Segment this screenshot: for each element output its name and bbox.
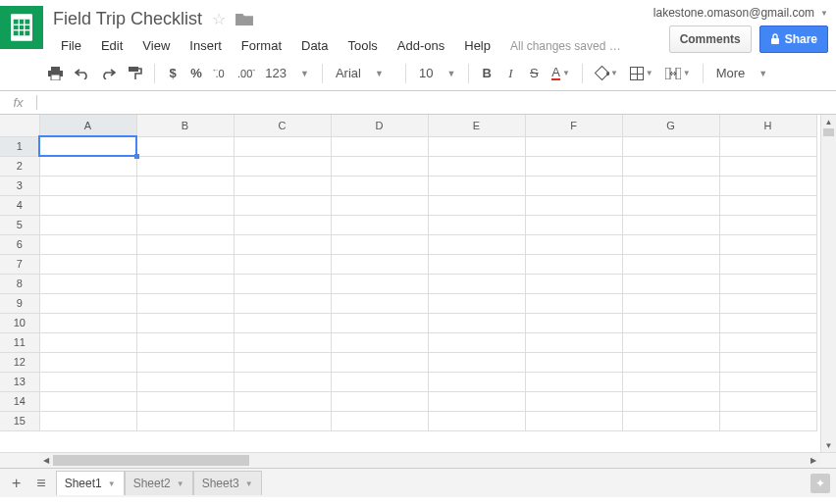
cell-H4[interactable] [719, 195, 816, 215]
star-icon[interactable]: ☆ [212, 10, 226, 28]
cell-A3[interactable] [39, 176, 136, 195]
cell-E12[interactable] [428, 352, 525, 372]
cell-H3[interactable] [719, 176, 816, 195]
cell-B3[interactable] [136, 176, 234, 195]
cell-G4[interactable] [622, 195, 719, 215]
column-header-b[interactable]: B [136, 115, 234, 136]
font-select[interactable]: Arial▼ [330, 63, 398, 83]
row-header-5[interactable]: 5 [0, 215, 39, 234]
cell-C3[interactable] [234, 176, 331, 195]
menu-insert[interactable]: Insert [182, 35, 230, 56]
font-size-select[interactable]: 10▼ [413, 63, 461, 83]
cell-H2[interactable] [719, 156, 816, 176]
cell-A10[interactable] [39, 313, 136, 332]
cell-C7[interactable] [234, 254, 331, 274]
cell-F4[interactable] [525, 195, 622, 215]
cell-A12[interactable] [39, 352, 136, 372]
cell-B13[interactable] [136, 372, 234, 391]
text-color-button[interactable]: A▼ [547, 62, 575, 85]
cell-D5[interactable] [331, 215, 428, 234]
cell-F1[interactable] [525, 136, 622, 156]
cell-H6[interactable] [719, 234, 816, 254]
column-header-g[interactable]: G [622, 115, 719, 136]
cell-F10[interactable] [525, 313, 622, 332]
decrease-decimal-button[interactable]: .0← [209, 62, 231, 85]
cell-B7[interactable] [136, 254, 234, 274]
cell-G14[interactable] [622, 391, 719, 411]
cell-B4[interactable] [136, 195, 234, 215]
cell-A4[interactable] [39, 195, 136, 215]
column-header-a[interactable]: A [39, 115, 136, 136]
cell-F7[interactable] [525, 254, 622, 274]
cell-A13[interactable] [39, 372, 136, 391]
undo-icon[interactable] [70, 62, 94, 85]
cell-A5[interactable] [39, 215, 136, 234]
cell-H13[interactable] [719, 372, 816, 391]
cell-F6[interactable] [525, 234, 622, 254]
fill-color-button[interactable]: ▼ [590, 62, 623, 85]
row-header-6[interactable]: 6 [0, 234, 39, 254]
scroll-right-arrow[interactable]: ▶ [807, 453, 820, 468]
cell-A1[interactable] [39, 136, 136, 156]
cell-E14[interactable] [428, 391, 525, 411]
cell-A15[interactable] [39, 411, 136, 430]
cell-E9[interactable] [428, 293, 525, 313]
bold-button[interactable]: B [476, 62, 497, 85]
spreadsheet-grid[interactable]: ABCDEFGH123456789101112131415 [0, 115, 820, 452]
cell-G15[interactable] [622, 411, 719, 430]
user-email[interactable]: lakestone.omason@gmail.com▼ [653, 6, 828, 20]
cell-H14[interactable] [719, 391, 816, 411]
cell-G6[interactable] [622, 234, 719, 254]
strikethrough-button[interactable]: S [523, 62, 545, 85]
menu-edit[interactable]: Edit [93, 35, 131, 56]
cell-E10[interactable] [428, 313, 525, 332]
cell-G12[interactable] [622, 352, 719, 372]
cell-E15[interactable] [428, 411, 525, 430]
cell-G2[interactable] [622, 156, 719, 176]
cell-D15[interactable] [331, 411, 428, 430]
column-header-f[interactable]: F [525, 115, 622, 136]
cell-C10[interactable] [234, 313, 331, 332]
borders-button[interactable]: ▼ [625, 62, 658, 85]
cell-C4[interactable] [234, 195, 331, 215]
row-header-15[interactable]: 15 [0, 411, 39, 430]
row-header-12[interactable]: 12 [0, 352, 39, 372]
cell-G11[interactable] [622, 332, 719, 352]
column-header-c[interactable]: C [234, 115, 331, 136]
cell-H7[interactable] [719, 254, 816, 274]
cell-E13[interactable] [428, 372, 525, 391]
row-header-10[interactable]: 10 [0, 313, 39, 332]
cell-G7[interactable] [622, 254, 719, 274]
cell-D9[interactable] [331, 293, 428, 313]
cell-E2[interactable] [428, 156, 525, 176]
folder-icon[interactable] [235, 12, 253, 25]
cell-B1[interactable] [136, 136, 234, 156]
cell-D13[interactable] [331, 372, 428, 391]
cell-D7[interactable] [331, 254, 428, 274]
column-header-h[interactable]: H [719, 115, 816, 136]
cell-G3[interactable] [622, 176, 719, 195]
scroll-down-arrow[interactable]: ▼ [821, 438, 836, 452]
cell-D1[interactable] [331, 136, 428, 156]
row-header-4[interactable]: 4 [0, 195, 39, 215]
horizontal-scroll-thumb[interactable] [53, 455, 249, 466]
cell-C1[interactable] [234, 136, 331, 156]
vertical-scroll-thumb[interactable] [823, 128, 834, 136]
cell-B6[interactable] [136, 234, 234, 254]
cell-E6[interactable] [428, 234, 525, 254]
percent-button[interactable]: % [185, 62, 207, 85]
cell-D2[interactable] [331, 156, 428, 176]
select-all-corner[interactable] [0, 115, 39, 136]
redo-icon[interactable] [96, 62, 121, 85]
cell-A8[interactable] [39, 274, 136, 293]
cell-B15[interactable] [136, 411, 234, 430]
cell-C8[interactable] [234, 274, 331, 293]
cell-C5[interactable] [234, 215, 331, 234]
merge-button[interactable]: ▼ [660, 62, 696, 85]
cell-E5[interactable] [428, 215, 525, 234]
more-button[interactable]: More▼ [710, 63, 774, 83]
cell-C2[interactable] [234, 156, 331, 176]
cell-A14[interactable] [39, 391, 136, 411]
cell-H1[interactable] [719, 136, 816, 156]
explore-button[interactable]: ✦ [810, 474, 830, 493]
